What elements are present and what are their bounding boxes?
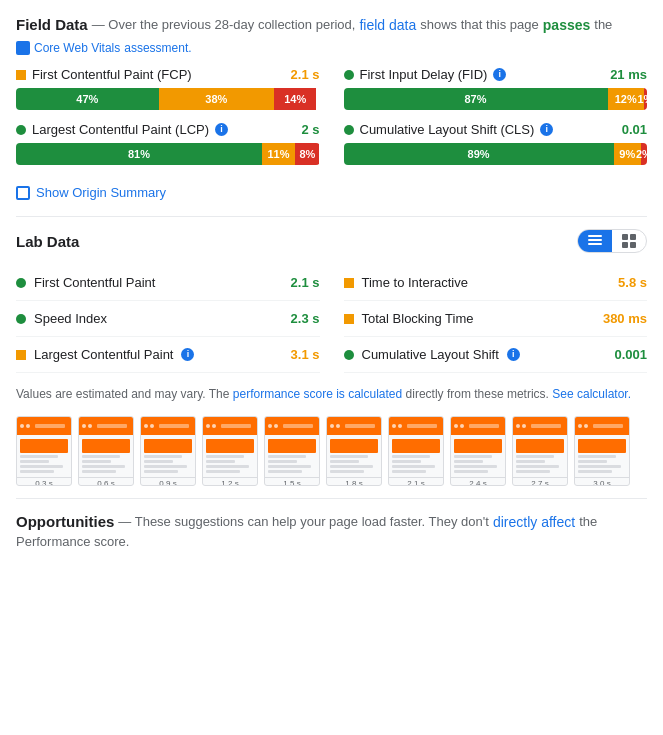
fid-indicator-icon <box>344 70 354 80</box>
metric-fid-header: First Input Delay (FID) i 21 ms <box>344 67 648 82</box>
thumb-line <box>206 460 235 463</box>
field-data-link[interactable]: field data <box>359 17 416 33</box>
lab-tbt-icon <box>344 314 354 324</box>
lab-lcp-label: Largest Contentful Paint <box>34 347 173 362</box>
lab-metric-si: Speed Index 2.3 s <box>16 301 320 337</box>
thumb-line <box>144 470 178 473</box>
thumb-address-bar <box>469 424 499 428</box>
lab-tbt-value: 380 ms <box>603 311 647 326</box>
thumb-content <box>141 435 195 477</box>
lab-lcp-info-icon[interactable]: i <box>181 348 194 361</box>
lcp-bar: 81% 11% 8% <box>16 143 320 165</box>
lab-metric-fcp: First Contentful Paint 2.1 s <box>16 265 320 301</box>
thumb-line <box>144 465 187 468</box>
lcp-indicator-icon <box>16 125 26 135</box>
toggle-grid-btn[interactable] <box>612 230 646 252</box>
lcp-value: 2 s <box>301 122 319 137</box>
thumb-line <box>82 470 116 473</box>
show-origin-row[interactable]: Show Origin Summary <box>16 185 647 200</box>
fid-bar: 87% 12% 1% <box>344 88 648 110</box>
see-calculator-link[interactable]: See calculator. <box>552 387 631 401</box>
cls-label: Cumulative Layout Shift (CLS) <box>360 122 535 137</box>
thumb-dot <box>392 424 396 428</box>
directly-affect-link[interactable]: directly affect <box>493 514 575 530</box>
lab-tti-label: Time to Interactive <box>362 275 468 290</box>
thumb-line <box>82 455 120 458</box>
thumb-image <box>392 439 440 453</box>
metric-cls-header: Cumulative Layout Shift (CLS) i 0.01 <box>344 122 648 137</box>
toggle-list-btn[interactable] <box>578 230 612 252</box>
estimated-text-1: Values are estimated and may vary. The <box>16 387 229 401</box>
thumb-content <box>327 435 381 477</box>
fid-info-icon[interactable]: i <box>493 68 506 81</box>
metric-fcp-header: First Contentful Paint (FCP) 2.1 s <box>16 67 320 82</box>
lab-tti-icon <box>344 278 354 288</box>
fid-bar-poor: 1% <box>644 88 647 110</box>
lab-metric-tti-left: Time to Interactive <box>344 275 468 290</box>
metric-cls: Cumulative Layout Shift (CLS) i 0.01 89%… <box>344 122 648 165</box>
fcp-bar-good: 47% <box>16 88 159 110</box>
view-toggle[interactable] <box>577 229 647 253</box>
thumb-image <box>268 439 316 453</box>
cls-bar-poor: 2% <box>641 143 647 165</box>
thumb-content <box>389 435 443 477</box>
metric-fcp: First Contentful Paint (FCP) 2.1 s 47% 3… <box>16 67 320 110</box>
thumb-content <box>265 435 319 477</box>
field-data-description: — Over the previous 28-day collection pe… <box>92 17 356 32</box>
thumb-line <box>516 470 550 473</box>
thumb-line <box>392 460 421 463</box>
thumb-address-bar <box>593 424 623 428</box>
thumb-image <box>516 439 564 453</box>
thumb-line <box>268 455 306 458</box>
lab-cls-info-icon[interactable]: i <box>507 348 520 361</box>
show-origin-checkbox[interactable] <box>16 186 30 200</box>
thumb-line <box>206 455 244 458</box>
opportunities-description2: the <box>579 514 597 529</box>
lab-cls-value: 0.001 <box>614 347 647 362</box>
lab-data-header: Lab Data <box>16 229 647 253</box>
thumb-dot <box>268 424 272 428</box>
thumb-timestamp: 0.6 s <box>79 477 133 486</box>
thumb-address-bar <box>159 424 189 428</box>
fid-label: First Input Delay (FID) <box>360 67 488 82</box>
cwv-link[interactable]: Core Web Vitals <box>34 41 120 55</box>
thumb-address-bar <box>283 424 313 428</box>
thumb-image <box>454 439 502 453</box>
performance-score-link[interactable]: performance score is calculated <box>233 387 402 401</box>
thumb-line <box>206 465 249 468</box>
thumbnail: 2.4 s <box>450 416 506 486</box>
thumbnail: 0.9 s <box>140 416 196 486</box>
thumb-line <box>454 455 492 458</box>
thumb-line <box>392 455 430 458</box>
cls-value: 0.01 <box>622 122 647 137</box>
metric-fcp-name-row: First Contentful Paint (FCP) <box>16 67 192 82</box>
show-origin-label[interactable]: Show Origin Summary <box>36 185 166 200</box>
thumbnails-row: 0.3 s 0.6 s <box>16 416 647 486</box>
passes-link[interactable]: passes <box>543 17 590 33</box>
opportunities-title: Opportunities <box>16 513 114 530</box>
thumb-line <box>20 460 49 463</box>
thumb-line <box>82 460 111 463</box>
thumb-timestamp: 3.0 s <box>575 477 629 486</box>
lab-metric-tbt: Total Blocking Time 380 ms <box>344 301 648 337</box>
opportunities-header: Opportunities — These suggestions can he… <box>16 513 647 549</box>
lab-fcp-icon <box>16 278 26 288</box>
thumb-dot <box>82 424 86 428</box>
thumb-header <box>575 417 629 435</box>
lab-metrics-left: First Contentful Paint 2.1 s Speed Index… <box>16 265 320 373</box>
thumb-line <box>82 465 125 468</box>
lab-cls-label: Cumulative Layout Shift <box>362 347 499 362</box>
thumb-content <box>513 435 567 477</box>
lab-lcp-icon <box>16 350 26 360</box>
cls-info-icon[interactable]: i <box>540 123 553 136</box>
thumbnail: 2.1 s <box>388 416 444 486</box>
core-web-vitals-badge[interactable]: Core Web Vitals assessment. <box>16 41 192 55</box>
metric-lcp: Largest Contentful Paint (LCP) i 2 s 81%… <box>16 122 320 165</box>
lcp-bar-needs-improvement: 11% <box>262 143 295 165</box>
lab-metric-cls-left: Cumulative Layout Shift i <box>344 347 520 362</box>
lcp-bar-poor: 8% <box>295 143 319 165</box>
thumb-line <box>20 465 63 468</box>
lcp-info-icon[interactable]: i <box>215 123 228 136</box>
estimated-text: Values are estimated and may vary. The p… <box>16 385 647 404</box>
thumb-dot <box>144 424 148 428</box>
